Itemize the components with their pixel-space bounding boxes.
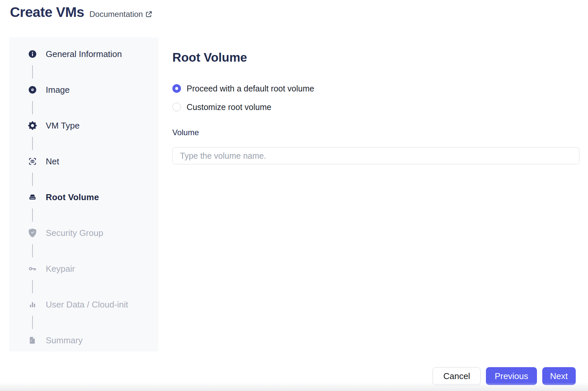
shield-check-icon — [28, 228, 37, 238]
sidebar-step-general-information[interactable]: General Information — [28, 47, 158, 61]
sidebar-step-label: Net — [46, 156, 59, 167]
hard-drive-icon — [28, 193, 37, 202]
sidebar-step-keypair[interactable]: Keypair — [28, 262, 158, 275]
sidebar-step-root-volume[interactable]: Root Volume — [28, 191, 158, 204]
root-volume-radio-group: Proceed with a default root volume Custo… — [172, 82, 579, 114]
header: Create VMs Documentation — [10, 5, 152, 20]
sidebar-step-summary[interactable]: Summary — [28, 334, 158, 347]
step-connector — [28, 275, 158, 298]
volume-field-label: Volume — [172, 128, 579, 137]
radio-default-root-volume[interactable]: Proceed with a default root volume — [172, 82, 579, 95]
sidebar-step-image[interactable]: Image — [28, 83, 158, 96]
sidebar-step-vm-type[interactable]: VM Type — [28, 119, 158, 132]
radio-customize-root-volume[interactable]: Customize root volume — [172, 100, 579, 114]
radio-label: Customize root volume — [187, 102, 271, 112]
sidebar-step-label: VM Type — [46, 121, 80, 131]
sidebar-step-security-group[interactable]: Security Group — [28, 226, 158, 240]
sidebar-step-label: General Information — [46, 49, 122, 59]
step-connector — [28, 240, 158, 262]
sidebar-step-label: Security Group — [46, 228, 103, 238]
page-title: Create VMs — [10, 5, 84, 20]
gear-icon — [28, 121, 37, 130]
key-icon — [28, 264, 37, 273]
file-icon — [28, 336, 37, 345]
wizard-stepper-sidebar: General Information Image VM Type — [9, 37, 158, 352]
section-heading: Root Volume — [172, 50, 579, 65]
volume-name-input[interactable] — [172, 147, 579, 164]
sidebar-step-label: Keypair — [46, 264, 75, 274]
step-connector — [28, 168, 158, 191]
step-connector — [28, 311, 158, 334]
info-icon — [28, 49, 37, 59]
root-volume-panel: Root Volume Proceed with a default root … — [172, 50, 579, 164]
sidebar-step-label: User Data / Cloud-init — [46, 300, 128, 310]
globe-scan-icon — [28, 157, 37, 166]
step-connector — [28, 61, 158, 83]
circle-dot-icon — [28, 85, 37, 94]
sidebar-step-user-data[interactable]: User Data / Cloud-init — [28, 298, 158, 311]
sidebar-step-label: Root Volume — [46, 192, 99, 202]
sidebar-step-net[interactable]: Net — [28, 155, 158, 168]
step-connector — [28, 132, 158, 155]
radio-unselected-icon[interactable] — [172, 103, 181, 111]
bottom-fade — [0, 382, 588, 391]
step-connector — [28, 204, 158, 226]
sidebar-step-label: Summary — [46, 335, 83, 346]
step-connector — [28, 96, 158, 119]
external-link-icon — [145, 11, 152, 18]
documentation-link-label: Documentation — [89, 10, 143, 19]
sidebar-step-label: Image — [46, 85, 70, 95]
radio-label: Proceed with a default root volume — [187, 84, 314, 93]
bar-chart-icon — [28, 300, 37, 309]
documentation-link[interactable]: Documentation — [89, 10, 152, 19]
radio-selected-icon[interactable] — [172, 84, 181, 93]
